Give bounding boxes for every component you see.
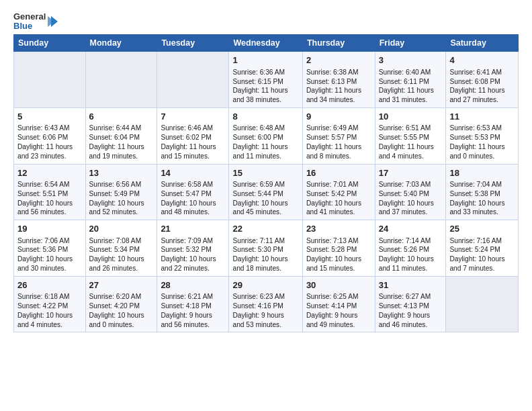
day-info: and 7 minutes. xyxy=(449,264,515,273)
day-info: Sunrise: 7:04 AM xyxy=(449,180,515,189)
day-info: Sunrise: 6:23 AM xyxy=(232,292,298,302)
calendar-cell: 21Sunrise: 7:09 AMSunset: 5:32 PMDayligh… xyxy=(157,220,229,277)
day-info: Sunrise: 7:06 AM xyxy=(17,236,82,246)
day-number: 30 xyxy=(306,279,371,291)
weekday-header-thursday: Thursday xyxy=(302,35,375,52)
day-info: and 49 minutes. xyxy=(306,320,371,330)
calendar-cell: 31Sunrise: 6:27 AMSunset: 4:13 PMDayligh… xyxy=(375,276,446,332)
day-info: and 11 minutes. xyxy=(379,264,443,273)
day-info: Sunrise: 6:41 AM xyxy=(449,68,515,77)
day-info: Daylight: 9 hours xyxy=(379,311,443,320)
day-info: Sunset: 5:40 PM xyxy=(379,189,443,199)
day-number: 9 xyxy=(306,111,371,123)
logo: General Blue xyxy=(13,12,59,30)
day-info: and 30 minutes. xyxy=(17,264,82,273)
day-info: Sunset: 4:22 PM xyxy=(17,302,82,311)
day-number: 7 xyxy=(161,111,225,123)
day-info: Daylight: 10 hours xyxy=(379,199,443,208)
day-info: and 26 minutes. xyxy=(89,264,154,273)
day-info: Sunset: 5:53 PM xyxy=(449,133,515,142)
day-info: Sunset: 6:02 PM xyxy=(161,133,225,142)
day-info: Sunset: 6:15 PM xyxy=(232,77,298,87)
day-info: Sunrise: 6:51 AM xyxy=(379,124,443,133)
day-info: Sunrise: 6:20 AM xyxy=(89,292,154,302)
calendar-page: General Blue SundayMondayTuesdayWednesda… xyxy=(0,0,532,342)
day-info: Sunset: 5:42 PM xyxy=(306,189,371,199)
day-info: Daylight: 11 hours xyxy=(306,142,371,152)
day-info: Daylight: 11 hours xyxy=(379,142,443,152)
calendar-cell: 22Sunrise: 7:11 AMSunset: 5:30 PMDayligh… xyxy=(229,220,302,277)
logo-blue-text: Blue xyxy=(13,21,46,31)
day-info: Daylight: 10 hours xyxy=(17,311,82,320)
day-info: Sunset: 4:20 PM xyxy=(89,302,154,311)
day-info: Sunrise: 7:01 AM xyxy=(306,180,371,189)
calendar-cell: 4Sunrise: 6:41 AMSunset: 6:08 PMDaylight… xyxy=(446,52,519,108)
calendar-cell: 14Sunrise: 6:58 AMSunset: 5:47 PMDayligh… xyxy=(157,164,229,220)
day-info: and 31 minutes. xyxy=(379,95,443,105)
calendar-cell xyxy=(446,276,519,332)
logo-chevron-icon xyxy=(47,14,59,29)
day-info: and 23 minutes. xyxy=(17,152,82,161)
calendar-cell: 6Sunrise: 6:44 AMSunset: 6:04 PMDaylight… xyxy=(85,107,157,164)
day-number: 21 xyxy=(161,223,225,235)
day-info: Daylight: 11 hours xyxy=(449,142,515,152)
weekday-header-monday: Monday xyxy=(85,35,157,52)
day-info: Daylight: 11 hours xyxy=(17,142,82,152)
day-info: and 15 minutes. xyxy=(161,152,225,161)
day-info: Sunset: 4:13 PM xyxy=(379,302,443,311)
day-info: Sunset: 5:51 PM xyxy=(17,189,82,199)
calendar-cell xyxy=(14,52,86,108)
day-info: Daylight: 10 hours xyxy=(306,255,371,264)
day-info: Daylight: 9 hours xyxy=(232,311,298,320)
day-info: Sunset: 5:30 PM xyxy=(232,245,298,255)
day-info: Sunset: 5:57 PM xyxy=(306,133,371,142)
day-info: Sunrise: 7:09 AM xyxy=(161,236,225,246)
day-info: and 11 minutes. xyxy=(232,152,298,161)
day-info: Sunrise: 6:44 AM xyxy=(89,124,154,133)
day-info: and 52 minutes. xyxy=(89,208,154,217)
day-number: 1 xyxy=(232,54,298,66)
day-number: 20 xyxy=(89,223,154,235)
svg-marker-1 xyxy=(51,16,58,27)
day-info: Daylight: 10 hours xyxy=(306,199,371,208)
day-number: 26 xyxy=(17,279,82,291)
day-number: 16 xyxy=(306,167,371,179)
day-number: 4 xyxy=(449,54,515,66)
day-info: Daylight: 11 hours xyxy=(232,86,298,95)
logo-general-text: General xyxy=(13,12,46,21)
calendar-cell: 17Sunrise: 7:03 AMSunset: 5:40 PMDayligh… xyxy=(375,164,446,220)
day-info: Sunset: 5:26 PM xyxy=(379,245,443,255)
day-info: Daylight: 10 hours xyxy=(89,311,154,320)
day-info: and 56 minutes. xyxy=(17,208,82,217)
day-number: 27 xyxy=(89,279,154,291)
day-number: 25 xyxy=(449,223,515,235)
day-info: and 41 minutes. xyxy=(306,208,371,217)
day-info: and 27 minutes. xyxy=(449,95,515,105)
day-info: Sunset: 5:24 PM xyxy=(449,245,515,255)
day-info: Sunrise: 7:14 AM xyxy=(379,236,443,246)
day-info: and 0 minutes. xyxy=(449,152,515,161)
day-info: Sunset: 5:28 PM xyxy=(306,245,371,255)
day-info: Sunrise: 6:59 AM xyxy=(232,180,298,189)
day-info: Daylight: 10 hours xyxy=(232,199,298,208)
day-info: Sunset: 6:00 PM xyxy=(232,133,298,142)
calendar-cell: 2Sunrise: 6:38 AMSunset: 6:13 PMDaylight… xyxy=(302,52,375,108)
day-info: Sunset: 5:34 PM xyxy=(89,245,154,255)
day-info: Sunrise: 7:11 AM xyxy=(232,236,298,246)
calendar-cell: 10Sunrise: 6:51 AMSunset: 5:55 PMDayligh… xyxy=(375,107,446,164)
day-number: 14 xyxy=(161,167,225,179)
calendar-cell: 1Sunrise: 6:36 AMSunset: 6:15 PMDaylight… xyxy=(229,52,302,108)
day-info: Daylight: 11 hours xyxy=(89,142,154,152)
day-info: Daylight: 10 hours xyxy=(449,255,515,264)
week-row-1: 1Sunrise: 6:36 AMSunset: 6:15 PMDaylight… xyxy=(14,52,519,108)
day-info: Sunrise: 6:53 AM xyxy=(449,124,515,133)
day-info: Sunrise: 6:36 AM xyxy=(232,68,298,77)
day-number: 19 xyxy=(17,223,82,235)
day-info: Daylight: 10 hours xyxy=(89,199,154,208)
day-number: 23 xyxy=(306,223,371,235)
calendar-cell: 11Sunrise: 6:53 AMSunset: 5:53 PMDayligh… xyxy=(446,107,519,164)
day-info: Daylight: 10 hours xyxy=(17,255,82,264)
day-info: Daylight: 10 hours xyxy=(379,255,443,264)
week-row-5: 26Sunrise: 6:18 AMSunset: 4:22 PMDayligh… xyxy=(14,276,519,332)
day-info: Sunset: 6:13 PM xyxy=(306,77,371,87)
